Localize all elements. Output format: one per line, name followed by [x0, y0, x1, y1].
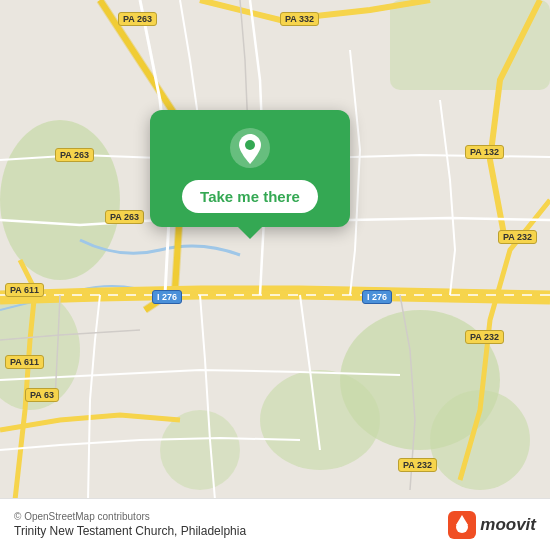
osm-attribution: © OpenStreetMap contributors	[14, 511, 246, 522]
popup-card: Take me there	[150, 110, 350, 227]
map-container: PA 263 PA 332 PA 263 PA 263 PA 132 PA 23…	[0, 0, 550, 550]
road-badge-pa232-top: PA 232	[498, 230, 537, 244]
moovit-logo: moovit	[448, 511, 536, 539]
location-pin-icon	[228, 126, 272, 170]
road-badge-pa332: PA 332	[280, 12, 319, 26]
road-badge-pa611-bot: PA 611	[5, 355, 44, 369]
take-me-there-button[interactable]: Take me there	[182, 180, 318, 213]
svg-point-9	[245, 140, 255, 150]
road-badge-i276-left: I 276	[152, 290, 182, 304]
road-badge-pa132: PA 132	[465, 145, 504, 159]
attribution-bar: © OpenStreetMap contributors Trinity New…	[0, 498, 550, 550]
road-badge-pa263-top: PA 263	[118, 12, 157, 26]
svg-rect-7	[390, 0, 550, 90]
road-badge-pa63: PA 63	[25, 388, 59, 402]
map-svg	[0, 0, 550, 550]
road-badge-pa263-left: PA 263	[55, 148, 94, 162]
road-badge-pa232-bot: PA 232	[398, 458, 437, 472]
svg-point-1	[0, 120, 120, 280]
svg-point-5	[260, 370, 380, 470]
road-badge-pa263-mid: PA 263	[105, 210, 144, 224]
road-badge-pa611-top: PA 611	[5, 283, 44, 297]
road-badge-pa232-mid: PA 232	[465, 330, 504, 344]
location-label: Trinity New Testament Church, Philadelph…	[14, 524, 246, 538]
moovit-text: moovit	[480, 515, 536, 535]
svg-point-6	[160, 410, 240, 490]
moovit-icon	[448, 511, 476, 539]
road-badge-i276-right: I 276	[362, 290, 392, 304]
